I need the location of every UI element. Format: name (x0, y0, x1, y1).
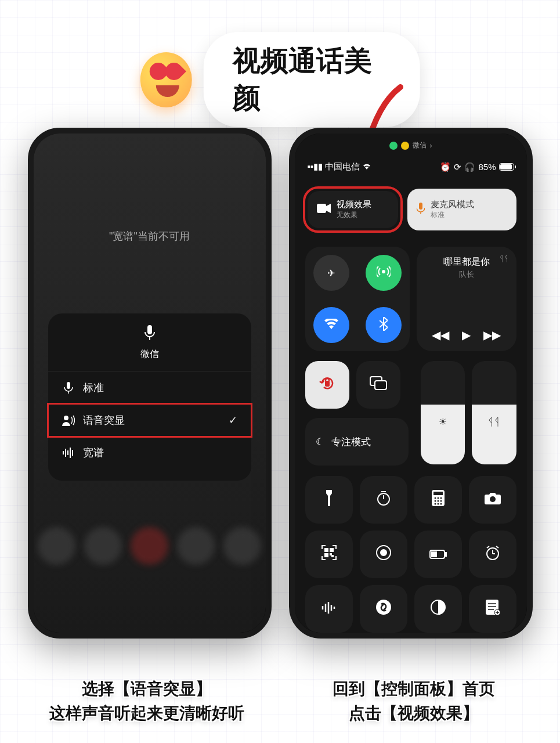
svg-line-45 (487, 546, 489, 548)
tile-title: 视频效果 (337, 199, 371, 210)
microphone-icon (62, 382, 75, 394)
video-effect-tile[interactable]: 视频效果无效果 (308, 191, 398, 228)
camera-tile[interactable] (469, 476, 516, 524)
notice-text: "宽谱"当前不可用 (34, 229, 266, 243)
connectivity-group: ✈ (305, 247, 410, 351)
video-icon (317, 204, 331, 215)
mic-mode-tile[interactable]: 麦克风模式标准 (407, 189, 516, 230)
option-voice-isolation[interactable]: 语音突显 ✓ (48, 404, 251, 437)
microphone-icon (417, 203, 425, 217)
panel-header: 微信 (48, 325, 251, 372)
svg-point-38 (381, 550, 386, 556)
svg-rect-10 (317, 204, 326, 213)
battery-icon (429, 546, 447, 562)
option-label: 宽谱 (83, 446, 104, 460)
antenna-icon (377, 265, 391, 281)
left-caption: 选择【语音突显】 这样声音听起来更清晰好听 (37, 677, 257, 726)
screen-mirroring-tile[interactable] (356, 361, 400, 409)
focus-label: 专注模式 (331, 435, 371, 449)
alarm-icon (485, 545, 500, 564)
svg-point-25 (434, 500, 436, 502)
timer-icon (376, 490, 391, 509)
play-button[interactable]: ▶ (462, 328, 471, 342)
svg-point-30 (440, 503, 442, 505)
svg-point-27 (440, 500, 442, 502)
svg-rect-2 (67, 382, 70, 389)
island-app: 微信 (413, 140, 427, 150)
headphones-icon: 🎧 (464, 162, 475, 172)
dark-mode-tile[interactable] (414, 585, 462, 633)
alarm-tile[interactable] (469, 531, 516, 578)
svg-rect-33 (330, 549, 333, 551)
low-power-tile[interactable] (414, 531, 462, 578)
option-wide-spectrum[interactable]: 宽谱 (48, 437, 251, 469)
mic-mode-panel: 微信 标准 语音突显 ✓ 宽谱 (48, 313, 251, 481)
right-phone-frame: 微信 › ▪▪▮▮ 中国电信 ⏰ ⟳ 🎧 85% (289, 128, 533, 639)
dark-mode-icon (431, 600, 446, 618)
calculator-tile[interactable] (414, 476, 462, 524)
bluetooth-icon (380, 317, 388, 333)
svg-rect-0 (147, 325, 152, 334)
orientation-lock-tile[interactable] (305, 361, 349, 409)
panel-app-name: 微信 (48, 348, 251, 360)
screen-record-tile[interactable] (360, 531, 407, 578)
waveform-icon (321, 601, 337, 617)
battery-icon (499, 163, 514, 171)
track-title: 哪里都是你 (426, 256, 507, 268)
alarm-icon: ⏰ (440, 162, 451, 172)
option-label: 标准 (83, 381, 104, 395)
svg-point-24 (440, 497, 442, 499)
cellular-toggle[interactable] (366, 255, 402, 291)
sound-recognition-tile[interactable] (305, 585, 353, 633)
svg-point-26 (437, 500, 439, 502)
svg-point-28 (434, 503, 436, 505)
svg-rect-35 (330, 554, 331, 555)
shazam-icon (376, 600, 391, 618)
status-bar: ▪▪▮▮ 中国电信 ⏰ ⟳ 🎧 85% (308, 161, 514, 172)
record-icon (376, 545, 391, 564)
left-phone-frame: "宽谱"当前不可用 微信 标准 语音突显 ✓ 宽谱 (28, 128, 272, 639)
svg-rect-11 (419, 203, 422, 210)
header-banner: 视频通话美颜 (140, 32, 420, 127)
next-button[interactable]: ▶▶ (483, 328, 501, 342)
calculator-icon (432, 490, 445, 510)
dynamic-island[interactable]: 微信 › (389, 140, 432, 150)
svg-point-52 (376, 600, 391, 615)
svg-rect-41 (432, 552, 436, 557)
checkmark-icon: ✓ (229, 414, 237, 427)
carrier-label: ▪▪▮▮ 中国电信 (308, 161, 372, 172)
track-artist: 队长 (426, 269, 507, 280)
chevron-right-icon: › (430, 142, 432, 150)
right-caption: 回到【控制面板】首页 点击【视频效果】 (304, 677, 524, 726)
waveform-icon (62, 448, 75, 458)
person-voice-icon (62, 414, 75, 426)
wifi-toggle[interactable] (313, 307, 349, 343)
mirroring-icon (370, 376, 387, 394)
tile-sub: 无效果 (337, 210, 371, 220)
wifi-icon (362, 161, 371, 171)
svg-rect-21 (433, 492, 443, 495)
tile-sub: 标准 (431, 210, 474, 220)
flashlight-tile[interactable] (305, 476, 353, 524)
qr-icon (321, 545, 337, 564)
timer-tile[interactable] (360, 476, 407, 524)
bluetooth-toggle[interactable] (366, 307, 402, 343)
qr-scan-tile[interactable] (305, 531, 353, 578)
airplane-toggle[interactable]: ✈ (313, 255, 349, 291)
focus-tile[interactable]: ☾ 专注模式 (305, 418, 409, 466)
blurred-dock (34, 488, 266, 604)
now-playing-tile[interactable]: ᛩᛩ 哪里都是你 队长 ◀◀ ▶ ▶▶ (417, 247, 516, 351)
svg-point-4 (64, 416, 68, 420)
battery-text: 85% (478, 162, 496, 172)
shazam-tile[interactable] (360, 585, 407, 633)
prev-button[interactable]: ◀◀ (432, 328, 449, 342)
flashlight-icon (325, 490, 333, 510)
svg-point-31 (490, 496, 496, 502)
svg-point-13 (382, 270, 385, 273)
svg-line-46 (496, 546, 498, 548)
svg-point-29 (437, 503, 439, 505)
option-standard[interactable]: 标准 (48, 372, 251, 404)
airpods-icon: ᛩᛩ (499, 254, 508, 263)
tile-title: 麦克风模式 (431, 199, 474, 210)
notes-tile[interactable] (469, 585, 516, 633)
